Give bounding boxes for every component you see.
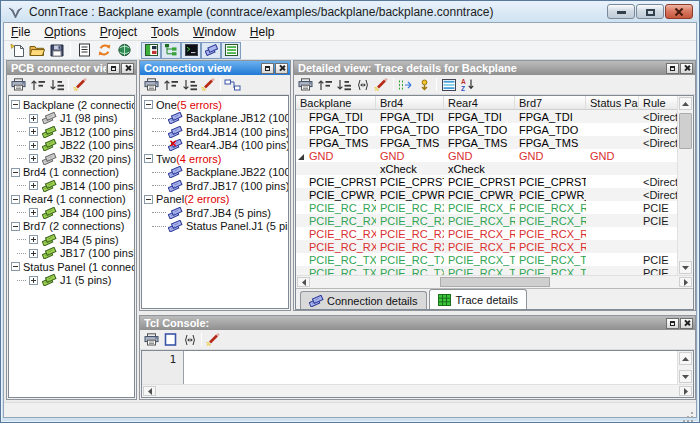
trace-table-vscrollbar[interactable] bbox=[677, 96, 693, 275]
menu-tools[interactable]: Tools bbox=[144, 24, 186, 40]
page-button[interactable] bbox=[161, 331, 180, 348]
detail-maximize-button[interactable] bbox=[666, 63, 679, 74]
save-button[interactable] bbox=[47, 42, 67, 59]
tree-item[interactable]: ✕Rear4.JB4 (100 pins) bbox=[142, 139, 288, 153]
tree-item[interactable]: Brd7.JB4 (5 pins) bbox=[142, 206, 288, 220]
highlight-button[interactable] bbox=[372, 76, 391, 93]
pcb-close-button[interactable] bbox=[121, 63, 134, 74]
tab-connection-details[interactable]: Connection details bbox=[300, 291, 427, 309]
expand-toggle-icon[interactable] bbox=[11, 262, 20, 271]
scroll-left-button[interactable] bbox=[297, 277, 310, 287]
expand-toggle-icon[interactable] bbox=[11, 168, 20, 177]
new-button[interactable] bbox=[7, 42, 27, 59]
detail-close-button[interactable] bbox=[680, 63, 693, 74]
table-row[interactable]: FPGA_TDOFPGA_TDOFPGA_TDOFPGA_TDO<Direct> bbox=[296, 123, 693, 136]
tree-item[interactable]: Status Panel (1 connection) bbox=[9, 260, 134, 274]
table-row[interactable]: PCIE_RC_RX0_PPCIE_RC_RX0_PPCIE_RCX_RX0_P… bbox=[296, 214, 693, 227]
view-list-button[interactable] bbox=[221, 42, 241, 59]
web-button[interactable] bbox=[114, 42, 134, 59]
expand-toggle-icon[interactable] bbox=[144, 100, 153, 109]
expand-toggle-icon[interactable] bbox=[11, 222, 20, 231]
scroll-up-button[interactable] bbox=[679, 97, 692, 110]
tab-trace-details[interactable]: Trace details bbox=[429, 289, 528, 309]
expand-triangle-icon[interactable] bbox=[298, 154, 304, 160]
scroll-down-button[interactable] bbox=[679, 261, 692, 274]
tree-item[interactable]: Brd4 (1 connection) bbox=[9, 166, 134, 180]
highlight-button[interactable] bbox=[204, 331, 223, 348]
table-row[interactable]: PCIE_RC_RX1_NPCIE_RC_RX1_NPCIE_RCX_RX1_P… bbox=[296, 227, 693, 240]
scroll-right-button[interactable] bbox=[679, 277, 692, 287]
vscroll-thumb[interactable] bbox=[679, 113, 692, 149]
tree-item[interactable]: Two (4 errors) bbox=[142, 152, 288, 166]
expand-toggle-icon[interactable] bbox=[144, 195, 153, 204]
tree-item[interactable]: Status Panel.J1 (5 pins) bbox=[142, 220, 288, 234]
expand-toggle-icon[interactable] bbox=[29, 235, 38, 244]
view-console-button[interactable] bbox=[181, 42, 201, 59]
column-header-rear4[interactable]: Rear4 bbox=[444, 96, 515, 109]
fit-width-button[interactable] bbox=[180, 331, 199, 348]
tree-item[interactable]: Backplane.JB12 (100 pins) bbox=[142, 112, 288, 126]
tree-item[interactable]: Rear4 (1 connection) bbox=[9, 193, 134, 207]
tree-item[interactable]: Backplane (2 connections) bbox=[9, 98, 134, 112]
sort-az-button[interactable]: AZ bbox=[458, 76, 477, 93]
expand-toggle-icon[interactable] bbox=[29, 154, 38, 163]
column-header-brd7[interactable]: Brd7 bbox=[515, 96, 586, 109]
tree-item[interactable]: JB4 (100 pins) bbox=[9, 206, 134, 220]
view-grid-button[interactable] bbox=[141, 42, 161, 59]
highlight-button[interactable] bbox=[71, 76, 90, 93]
expand-toggle-icon[interactable] bbox=[29, 249, 38, 258]
table-row[interactable]: PCIE_RC_TX0_NPCIE_RC_TX0_NPCIE_RCX_TX0_N… bbox=[296, 253, 693, 266]
tree-item[interactable]: Backplane.JB22 (100 pins) bbox=[142, 166, 288, 180]
sort-desc-button[interactable] bbox=[47, 76, 66, 93]
table-row[interactable]: PCIE_RC_RX1_PPCIE_RC_RX1_PPCIE_RCX_RX1_N… bbox=[296, 240, 693, 253]
connection-maximize-button[interactable] bbox=[261, 63, 274, 74]
expand-toggle-icon[interactable] bbox=[29, 276, 38, 285]
menu-help[interactable]: Help bbox=[243, 24, 282, 40]
scroll-down-button[interactable] bbox=[679, 370, 692, 383]
sort-desc-button[interactable] bbox=[334, 76, 353, 93]
tree-item[interactable]: J1 (5 pins) bbox=[9, 274, 134, 288]
report-button[interactable] bbox=[74, 42, 94, 59]
sort-asc-button[interactable] bbox=[315, 76, 334, 93]
list-button[interactable] bbox=[439, 76, 458, 93]
console-text-area[interactable] bbox=[184, 351, 693, 384]
tree-item[interactable]: JB12 (100 pins) bbox=[9, 125, 134, 139]
scroll-up-button[interactable] bbox=[679, 352, 692, 365]
column-header-brd4[interactable]: Brd4 bbox=[376, 96, 444, 109]
console-maximize-button[interactable] bbox=[666, 318, 679, 329]
tree-item[interactable]: JB14 (100 pins) bbox=[9, 179, 134, 193]
expand-toggle-icon[interactable] bbox=[11, 195, 20, 204]
print-button[interactable] bbox=[142, 331, 161, 348]
tree-item[interactable]: JB22 (100 pins) bbox=[9, 139, 134, 153]
highlight-button[interactable] bbox=[199, 76, 218, 93]
tree-item[interactable]: Brd7.JB17 (100 pins) bbox=[142, 179, 288, 193]
tree-item[interactable]: J1 (98 pins) bbox=[9, 112, 134, 126]
tree-item[interactable]: Panel (2 errors) bbox=[142, 193, 288, 207]
resize-grip-icon[interactable] bbox=[691, 412, 693, 414]
scroll-right-button[interactable] bbox=[679, 386, 692, 396]
expand-toggle-icon[interactable] bbox=[29, 208, 38, 217]
maximize-button[interactable] bbox=[636, 4, 664, 19]
table-row[interactable]: xCheckxCheck bbox=[296, 162, 693, 175]
column-header-rule[interactable]: Rule bbox=[639, 96, 681, 109]
table-row[interactable]: PCIE_RC_TX0_PPCIE_RC_TX0_PPCIE_RCX_TX0_P… bbox=[296, 266, 693, 275]
tree-item[interactable]: One (5 errors) bbox=[142, 98, 288, 112]
hscroll-thumb[interactable] bbox=[440, 277, 550, 287]
connection-close-button[interactable] bbox=[275, 63, 288, 74]
expand-toggle-icon[interactable] bbox=[29, 141, 38, 150]
expand-toggle-icon[interactable] bbox=[11, 100, 20, 109]
refresh-button[interactable] bbox=[94, 42, 114, 59]
expand-toggle-icon[interactable] bbox=[144, 154, 153, 163]
view-connector-button[interactable] bbox=[201, 42, 221, 59]
tree-item[interactable]: JB32 (20 pins) bbox=[9, 152, 134, 166]
table-row[interactable]: PCIE_CPWR_ONPCIE_CPWR_ONPCIE_CPWR_ONPCIE… bbox=[296, 188, 693, 201]
table-row[interactable]: PCIE_RC_RX0_NPCIE_RC_RX0_NPCIE_RCX_RX0_N… bbox=[296, 201, 693, 214]
expand-toggle-icon[interactable] bbox=[29, 114, 38, 123]
table-row[interactable]: FPGA_TMSFPGA_TMSFPGA_TMSFPGA_TMS<Direct> bbox=[296, 136, 693, 149]
minimize-button[interactable] bbox=[607, 4, 635, 19]
print-button[interactable] bbox=[142, 76, 161, 93]
view-tree-button[interactable] bbox=[161, 42, 181, 59]
table-row[interactable]: FPGA_TDIFPGA_TDIFPGA_TDIFPGA_TDI<Direct> bbox=[296, 110, 693, 123]
table-row[interactable]: GNDGNDGNDGNDGND bbox=[296, 149, 693, 162]
tree-item[interactable]: JB4 (5 pins) bbox=[9, 233, 134, 247]
